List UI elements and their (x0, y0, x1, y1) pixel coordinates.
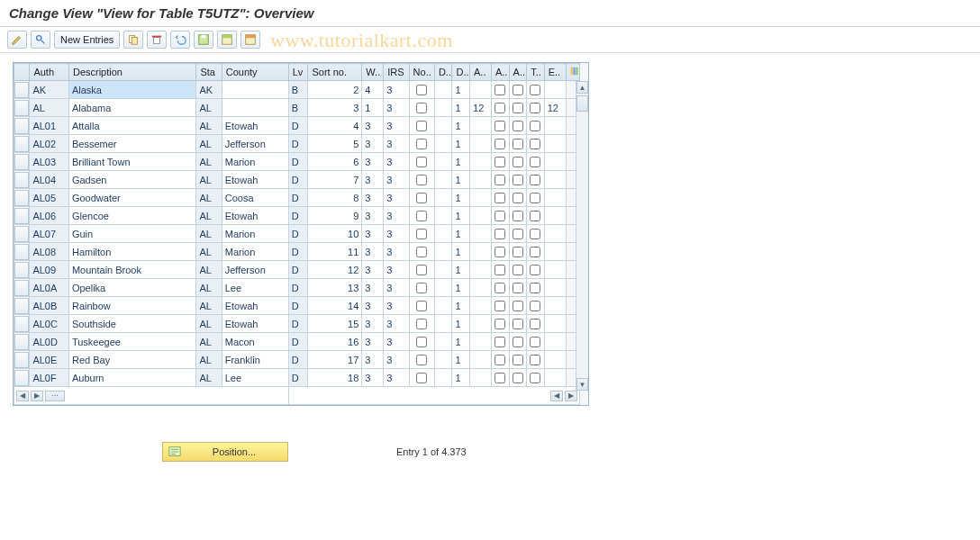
cell-checkbox[interactable] (416, 193, 427, 203)
cell-input[interactable] (435, 189, 452, 206)
cell-input[interactable] (470, 99, 491, 116)
cell-input[interactable] (308, 81, 361, 98)
row-selector[interactable] (14, 370, 29, 386)
cell-input[interactable] (452, 279, 469, 296)
cell-input[interactable] (452, 297, 469, 314)
cell-checkbox[interactable] (416, 139, 427, 149)
cell-input[interactable] (545, 99, 566, 116)
cell-checkbox[interactable] (530, 319, 540, 329)
cell-checkbox[interactable] (513, 355, 523, 365)
cell-checkbox[interactable] (416, 337, 427, 347)
delete-icon[interactable] (147, 31, 167, 49)
cell-input[interactable] (452, 333, 469, 350)
cell-input[interactable] (384, 135, 408, 152)
cell-input[interactable] (308, 207, 361, 224)
col-a2[interactable]: A.. (491, 64, 509, 81)
cell-input[interactable] (308, 135, 361, 152)
cell-input[interactable] (452, 369, 469, 386)
cell-input[interactable] (435, 315, 452, 332)
cell-input[interactable] (222, 297, 288, 314)
cell-input[interactable] (308, 153, 361, 170)
cell-checkbox[interactable] (416, 373, 427, 383)
cell-checkbox[interactable] (530, 211, 540, 221)
cell-checkbox[interactable] (416, 211, 427, 221)
horizontal-scrollbar[interactable]: ◀▶⋯◀▶ (14, 387, 580, 405)
cell-input[interactable] (362, 117, 383, 134)
cell-input[interactable] (384, 333, 408, 350)
cell-checkbox[interactable] (416, 283, 427, 293)
cell-input[interactable] (222, 171, 288, 188)
cell-input[interactable] (384, 189, 408, 206)
cell-input[interactable] (308, 315, 361, 332)
cell-input[interactable] (69, 81, 195, 98)
cell-input[interactable] (362, 135, 383, 152)
cell-checkbox[interactable] (513, 211, 523, 221)
cell-input[interactable] (362, 297, 383, 314)
cell-input[interactable] (69, 225, 195, 242)
cell-input[interactable] (362, 351, 383, 368)
cell-input[interactable] (384, 315, 408, 332)
scroll-right-icon[interactable]: ▶ (31, 391, 43, 401)
position-button[interactable]: Position... (162, 442, 288, 462)
cell-input[interactable] (435, 261, 452, 278)
cell-checkbox[interactable] (416, 175, 427, 185)
row-selector[interactable] (14, 190, 29, 206)
cell-input[interactable] (452, 81, 469, 98)
cell-input[interactable] (435, 81, 452, 98)
cell-input[interactable] (545, 81, 566, 98)
cell-input[interactable] (545, 207, 566, 224)
cell-input[interactable] (222, 351, 288, 368)
cell-input[interactable] (470, 261, 491, 278)
cell-input[interactable] (362, 207, 383, 224)
cell-checkbox[interactable] (513, 373, 523, 383)
col-sta[interactable]: Sta (196, 64, 222, 81)
col-a3[interactable]: A.. (509, 64, 527, 81)
row-selector[interactable] (14, 334, 29, 350)
cell-checkbox[interactable] (416, 319, 427, 329)
cell-input[interactable] (545, 315, 566, 332)
cell-checkbox[interactable] (513, 157, 523, 167)
select-all-icon[interactable] (217, 31, 237, 49)
cell-input[interactable] (362, 333, 383, 350)
toggle-edit-icon[interactable] (7, 31, 27, 49)
cell-input[interactable] (69, 171, 195, 188)
cell-checkbox[interactable] (530, 157, 540, 167)
cell-input[interactable] (470, 369, 491, 386)
cell-input[interactable] (308, 117, 361, 134)
cell-input[interactable] (69, 279, 195, 296)
cell-input[interactable] (362, 279, 383, 296)
cell-input[interactable] (222, 135, 288, 152)
cell-input[interactable] (470, 297, 491, 314)
cell-checkbox[interactable] (495, 139, 505, 149)
cell-checkbox[interactable] (495, 175, 505, 185)
cell-input[interactable] (69, 297, 195, 314)
col-county[interactable]: County (222, 64, 288, 81)
cell-input[interactable] (362, 261, 383, 278)
cell-input[interactable] (222, 81, 288, 98)
cell-input[interactable] (362, 243, 383, 260)
cell-input[interactable] (384, 369, 408, 386)
col-w[interactable]: W.. (362, 64, 384, 81)
cell-input[interactable] (452, 153, 469, 170)
new-entries-button[interactable]: New Entries (54, 31, 120, 49)
cell-input[interactable] (222, 189, 288, 206)
cell-checkbox[interactable] (416, 229, 427, 239)
cell-input[interactable] (69, 369, 195, 386)
cell-input[interactable] (545, 243, 566, 260)
cell-checkbox[interactable] (416, 265, 427, 275)
cell-input[interactable] (452, 135, 469, 152)
cell-checkbox[interactable] (495, 373, 505, 383)
cell-checkbox[interactable] (513, 301, 523, 311)
cell-checkbox[interactable] (513, 265, 523, 275)
cell-input[interactable] (384, 117, 408, 134)
col-a1[interactable]: A.. (470, 64, 492, 81)
cell-checkbox[interactable] (530, 85, 540, 95)
cell-checkbox[interactable] (495, 229, 505, 239)
row-selector[interactable] (14, 244, 29, 260)
cell-checkbox[interactable] (530, 193, 540, 203)
scroll-left-icon[interactable]: ◀ (550, 391, 563, 401)
cell-input[interactable] (452, 351, 469, 368)
cell-input[interactable] (308, 333, 361, 350)
row-selector[interactable] (14, 352, 29, 368)
cell-checkbox[interactable] (495, 103, 505, 113)
